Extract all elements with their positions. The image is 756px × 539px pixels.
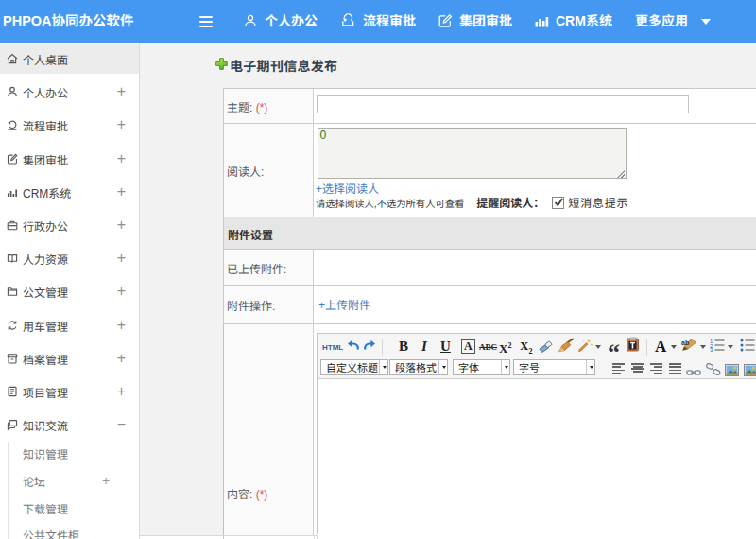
svg-text:ab: ab [681,339,689,346]
svg-text:3: 3 [710,347,713,352]
